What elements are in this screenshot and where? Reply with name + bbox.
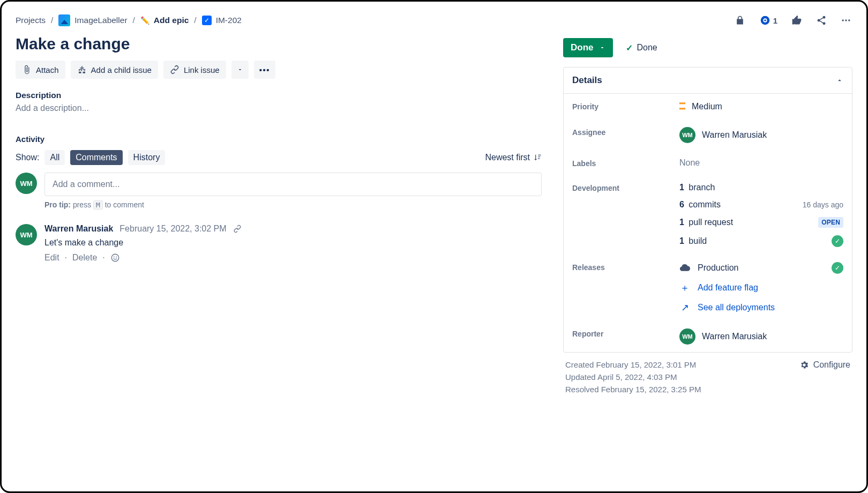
avatar: WM	[679, 328, 695, 345]
add-reaction-icon[interactable]	[110, 253, 120, 263]
arrow-up-right-icon: ↗	[679, 302, 690, 313]
gear-icon	[799, 360, 809, 370]
share-icon[interactable]	[815, 14, 828, 27]
status-badge: OPEN	[818, 217, 843, 228]
labels-value[interactable]: None	[679, 158, 843, 168]
labels-label: Labels	[572, 158, 679, 168]
attach-button[interactable]: Attach	[16, 61, 65, 79]
plus-icon: ＋	[679, 281, 690, 294]
comment-input[interactable]: Add a comment...	[44, 173, 542, 196]
comment-delete[interactable]: Delete	[72, 253, 97, 263]
dev-build[interactable]: 1 build ✓	[679, 235, 843, 247]
description-placeholder[interactable]: Add a description...	[16, 103, 542, 113]
issue-title[interactable]: Make a change	[16, 35, 542, 53]
permalink-icon[interactable]	[233, 225, 242, 233]
more-icon[interactable]	[840, 14, 852, 27]
check-circle-icon: ✓	[832, 262, 843, 274]
resolved-date: Resolved February 15, 2022, 3:25 PM	[565, 385, 701, 394]
comment-edit[interactable]: Edit	[44, 253, 59, 263]
priority-value[interactable]: ━━ Medium	[679, 101, 843, 112]
assignee-label: Assignee	[572, 127, 679, 137]
svg-point-7	[114, 257, 115, 258]
toolbar-more-button[interactable]: •••	[254, 61, 275, 79]
chevron-up-icon	[836, 77, 843, 84]
dev-pull-request[interactable]: 1 pull request OPEN	[679, 217, 843, 228]
check-circle-icon: ✓	[832, 235, 843, 247]
svg-point-8	[116, 257, 117, 258]
tab-comments[interactable]: Comments	[70, 150, 122, 165]
lock-icon[interactable]	[734, 14, 746, 27]
vote-icon[interactable]	[790, 14, 803, 27]
link-issue-caret[interactable]	[231, 61, 249, 79]
show-label: Show:	[16, 153, 39, 162]
svg-point-3	[842, 19, 844, 21]
comment-author[interactable]: Warren Marusiak	[44, 224, 113, 234]
avatar: WM	[16, 224, 37, 245]
avatar: WM	[16, 173, 37, 194]
protip: Pro tip: press M to comment	[44, 200, 542, 209]
tab-all[interactable]: All	[44, 150, 65, 165]
details-panel: Details Priority ━━ Medium Assignee WM W…	[563, 67, 852, 353]
sort-toggle[interactable]: Newest first	[485, 153, 542, 162]
task-icon: ✓	[202, 16, 212, 25]
assignee-value[interactable]: WM Warren Marusiak	[679, 127, 843, 143]
breadcrumb-projects[interactable]: Projects	[16, 16, 46, 25]
add-feature-flag[interactable]: ＋ Add feature flag	[679, 281, 843, 294]
reporter-label: Reporter	[572, 328, 679, 338]
svg-point-2	[764, 19, 766, 21]
check-icon: ✓	[626, 43, 633, 53]
project-icon	[58, 14, 70, 26]
breadcrumb: Projects / ImageLabeller / ✏️ Add epic /…	[16, 14, 242, 26]
comment-item: WM Warren Marusiak February 15, 2022, 3:…	[16, 224, 542, 263]
see-all-deployments[interactable]: ↗ See all deployments	[679, 302, 843, 313]
link-issue-button[interactable]: Link issue	[163, 61, 226, 79]
link-icon	[170, 65, 179, 74]
tab-history[interactable]: History	[128, 150, 166, 165]
development-label: Development	[572, 183, 679, 192]
resolution-label: ✓ Done	[626, 43, 657, 53]
configure-button[interactable]: Configure	[799, 360, 850, 370]
breadcrumb-project[interactable]: ImageLabeller	[58, 14, 127, 26]
priority-label: Priority	[572, 101, 679, 111]
chevron-down-icon	[237, 66, 243, 73]
svg-point-6	[111, 254, 119, 262]
created-date: Created February 15, 2022, 3:01 PM	[565, 360, 701, 369]
dev-commits[interactable]: 6 commits 16 days ago	[679, 200, 843, 210]
add-child-button[interactable]: Add a child issue	[71, 61, 158, 79]
release-production[interactable]: Production ✓	[679, 262, 843, 274]
releases-label: Releases	[572, 262, 679, 272]
sort-icon	[533, 153, 542, 162]
comment-timestamp: February 15, 2022, 3:02 PM	[119, 224, 226, 234]
comment-body: Let's make a change	[44, 238, 242, 248]
breadcrumb-issue[interactable]: ✓ IM-202	[202, 16, 242, 25]
details-header[interactable]: Details	[564, 68, 852, 94]
subtask-icon	[77, 65, 87, 74]
svg-point-4	[845, 19, 847, 21]
updated-date: Updated April 5, 2022, 4:03 PM	[565, 372, 701, 382]
reporter-value[interactable]: WM Warren Marusiak	[679, 328, 843, 345]
paperclip-icon	[22, 65, 32, 74]
pencil-icon: ✏️	[140, 16, 149, 25]
cloud-icon	[679, 263, 690, 273]
priority-medium-icon: ━━	[679, 101, 685, 112]
description-label: Description	[16, 91, 542, 100]
chevron-down-icon	[599, 44, 605, 51]
dev-branch[interactable]: 1 branch	[679, 183, 843, 192]
breadcrumb-add-epic[interactable]: ✏️ Add epic	[140, 16, 189, 25]
status-button[interactable]: Done	[563, 38, 613, 57]
svg-point-5	[848, 19, 850, 21]
watchers-button[interactable]: 1	[758, 13, 779, 27]
avatar: WM	[679, 127, 695, 143]
activity-label: Activity	[16, 135, 542, 144]
